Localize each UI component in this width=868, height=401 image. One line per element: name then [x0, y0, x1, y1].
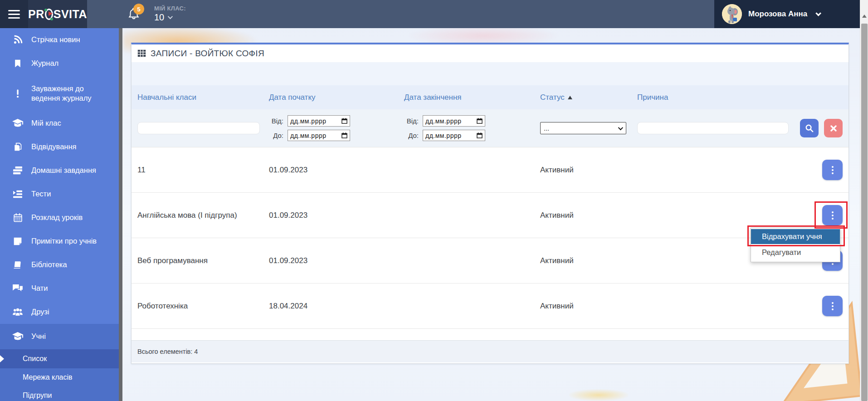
- cell-class: 11: [137, 166, 269, 175]
- from-label: Від:: [404, 117, 419, 125]
- to-label: До:: [269, 132, 283, 139]
- sort-ascending-icon: [568, 96, 572, 99]
- page-scrollbar[interactable]: [860, 0, 868, 401]
- cell-status: Активний: [540, 302, 637, 311]
- panel-spacer: [132, 62, 848, 85]
- task-list-icon: [12, 190, 24, 199]
- book-icon: [12, 260, 24, 270]
- sidebar-item-news-feed[interactable]: Стрічка новин: [0, 28, 119, 52]
- menu-item-edit[interactable]: Редагувати: [751, 244, 840, 261]
- sidebar-item-friends[interactable]: Друзі: [0, 300, 119, 324]
- chevron-down-icon: [168, 14, 173, 19]
- table-empty-row: [132, 328, 848, 340]
- sidebar-nav: Стрічка новин Журнал Зауваження до веден…: [0, 28, 119, 401]
- top-navbar: PRSVITA 5 МІЙ КЛАС: 10: [0, 0, 860, 28]
- sidebar-item-my-class[interactable]: Мій клас: [0, 112, 119, 135]
- table-row: Робототехніка 18.04.2024 Активний: [132, 283, 848, 328]
- from-label: Від:: [269, 117, 283, 125]
- sidebar-item-homework[interactable]: Домашні завдання: [0, 159, 119, 182]
- cell-status: Активний: [540, 211, 637, 220]
- column-header-status[interactable]: Статус: [540, 93, 637, 102]
- user-chevron-down-icon: [815, 10, 821, 16]
- class-filter-input[interactable]: [137, 122, 260, 134]
- close-icon: [830, 125, 837, 132]
- hamburger-menu-button[interactable]: [0, 0, 28, 28]
- menu-item-expel-student[interactable]: Відрахувати учня: [751, 229, 840, 244]
- total-items-label: Всього елементів: 4: [137, 348, 198, 355]
- note-icon: [12, 237, 24, 246]
- sidebar-subitem-subgroups[interactable]: Підгрупи: [0, 386, 119, 401]
- search-button[interactable]: [800, 119, 819, 137]
- records-panel: ЗАПИСИ - ВОЙТЮК СОФІЯ Навчальні класи Да…: [131, 43, 849, 364]
- calendar-picker-icon[interactable]: [477, 118, 483, 124]
- to-label: До:: [404, 132, 419, 139]
- row-context-menu: Відрахувати учня Редагувати: [751, 228, 840, 262]
- sidebar-divider: [119, 28, 122, 401]
- status-select[interactable]: ...: [540, 122, 626, 134]
- select-chevron-icon: [618, 125, 623, 130]
- page-title: ЗАПИСИ - ВОЙТЮК СОФІЯ: [151, 49, 264, 59]
- brand-logo[interactable]: PRSVITA: [28, 0, 87, 28]
- sidebar-item-tests[interactable]: Тести: [0, 182, 119, 206]
- sidebar-subitem-list[interactable]: Список: [0, 349, 119, 368]
- graduation-cap-icon: [12, 332, 24, 341]
- decorative-blob-yellow: [569, 389, 628, 401]
- calendar-picker-icon[interactable]: [477, 132, 483, 138]
- logo-play-icon: [45, 9, 53, 20]
- column-header-reason[interactable]: Причина: [637, 93, 791, 102]
- search-icon: [805, 124, 814, 132]
- sidebar-item-journal[interactable]: Журнал: [0, 52, 119, 75]
- calendar-picker-icon[interactable]: [341, 132, 347, 138]
- column-header-classes[interactable]: Навчальні класи: [137, 93, 269, 102]
- my-class-value: 10: [154, 12, 164, 23]
- sidebar-item-student-notes[interactable]: Примітки про учнів: [0, 230, 119, 253]
- scrollbar-up-arrow-icon[interactable]: [862, 15, 867, 18]
- list-bars-icon: [12, 166, 24, 175]
- table-icon: [137, 49, 146, 57]
- table-row: 11 01.09.2023 Активний: [132, 147, 848, 192]
- table-footer: Всього елементів: 4: [132, 340, 848, 362]
- user-name: Морозова Анна: [748, 10, 807, 19]
- cell-status: Активний: [540, 166, 637, 175]
- column-header-end-date[interactable]: Дата закінчення: [404, 93, 540, 102]
- active-item-arrow-icon: [0, 355, 4, 362]
- exclamation-icon: [12, 88, 24, 98]
- end-date-from-input[interactable]: дд.мм.рррр: [423, 115, 485, 127]
- bookmark-icon: [12, 59, 24, 68]
- my-class-selector[interactable]: МІЙ КЛАС: 10: [154, 5, 186, 23]
- table-row: Веб програмування 01.09.2023 Активний: [132, 238, 848, 283]
- row-actions-kebab-button-highlighted[interactable]: [822, 205, 843, 225]
- cell-class: Веб програмування: [137, 256, 269, 265]
- sidebar-item-students[interactable]: Учні: [0, 324, 119, 349]
- chat-icon: [12, 284, 24, 293]
- table-filter-row: Від: дд.мм.рррр До: дд.мм.рррр Від:: [132, 109, 848, 147]
- sidebar-item-attendance[interactable]: Відвідування: [0, 135, 119, 159]
- table-row: Англійська мова (І підгрупа) 01.09.2023 …: [132, 192, 848, 238]
- row-actions-kebab-button[interactable]: [822, 296, 843, 316]
- row-actions-kebab-button[interactable]: [822, 160, 843, 180]
- sidebar-subitem-class-network[interactable]: Мережа класів: [0, 368, 119, 386]
- app-window: PRSVITA 5 МІЙ КЛАС: 10: [0, 0, 868, 401]
- column-header-start-date[interactable]: Дата початку: [269, 93, 404, 102]
- start-date-from-input[interactable]: дд.мм.рррр: [288, 115, 350, 127]
- start-date-to-input[interactable]: дд.мм.рррр: [288, 130, 350, 141]
- cell-start-date: 01.09.2023: [269, 211, 404, 220]
- sidebar-item-journal-remarks[interactable]: Зауваження до ведення журналу: [0, 75, 119, 112]
- user-menu[interactable]: Морозова Анна: [714, 0, 860, 28]
- cell-status: Активний: [540, 256, 637, 265]
- calendar-picker-icon[interactable]: [341, 118, 347, 124]
- sidebar-item-chats[interactable]: Чати: [0, 277, 119, 300]
- pages-icon: [12, 142, 24, 152]
- notifications-button[interactable]: 5: [128, 7, 141, 21]
- clear-filters-button[interactable]: [824, 119, 843, 137]
- scrollbar-thumb[interactable]: [861, 24, 868, 401]
- end-date-to-input[interactable]: дд.мм.рррр: [423, 130, 485, 141]
- sidebar-item-schedule[interactable]: Розклад уроків: [0, 206, 119, 230]
- sidebar-item-library[interactable]: Бібліотека: [0, 253, 119, 277]
- cell-start-date: 18.04.2024: [269, 302, 404, 311]
- cell-start-date: 01.09.2023: [269, 256, 404, 265]
- avatar: [722, 4, 742, 24]
- graduation-cap-icon: [12, 119, 24, 128]
- reason-filter-input[interactable]: [637, 122, 789, 134]
- rss-icon: [12, 35, 24, 45]
